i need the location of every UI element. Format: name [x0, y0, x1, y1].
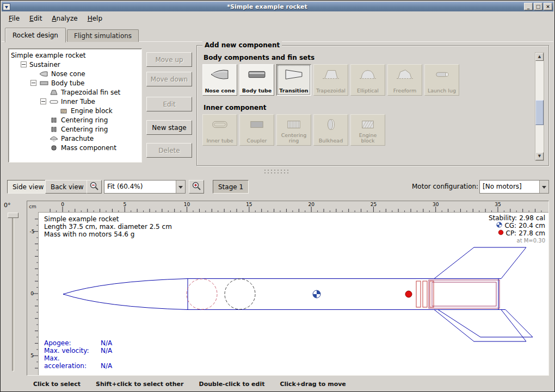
tree-item-body-tube[interactable]: Body tube [9, 78, 141, 88]
elliptical-button[interactable]: Elliptical [350, 64, 385, 96]
nose-cone-button[interactable]: Nose cone [202, 64, 237, 96]
side-view-button[interactable]: Side view [7, 180, 49, 194]
palette-button-label: Launch lug [428, 88, 456, 94]
tree-item-parachute[interactable]: Parachute [9, 134, 141, 143]
tree-item-centering-ring[interactable]: Centering ring [9, 125, 141, 134]
engineblock-icon [59, 108, 71, 114]
back-view-button[interactable]: Back view [45, 180, 89, 194]
ruler-left: -505 [27, 212, 38, 375]
splitter-grip[interactable] [264, 170, 291, 175]
stage-1-toggle[interactable]: Stage 1 [213, 180, 249, 194]
zoom-out-button[interactable] [87, 180, 102, 194]
tree-item-sustainer[interactable]: Sustainer [9, 60, 141, 69]
centering-ring-outline [416, 281, 421, 307]
tree-item-simple-example-rocket[interactable]: Simple example rocket [9, 51, 141, 60]
engine-block-button[interactable]: Engine block [350, 114, 385, 146]
tree-item-inner-tube[interactable]: Inner Tube [9, 97, 141, 106]
flight-stat-label: Apogee: [44, 339, 101, 347]
cg-legend-icon [496, 222, 502, 229]
tree-item-label: Body tube [51, 79, 84, 87]
flight-stat-label: Max. velocity: [44, 347, 101, 354]
tree-item-mass-component[interactable]: Mass component [9, 143, 141, 152]
centering-ring-button[interactable]: Centering ring [276, 114, 311, 146]
menu-file[interactable]: File [4, 13, 24, 24]
tree-item-engine-block[interactable]: Engine block [9, 106, 141, 115]
menu-bar: FileEditAnalyzeHelp [2, 11, 553, 25]
component-palette: Body components and fin setsNose coneBod… [197, 54, 548, 146]
palette-button-label: Engine block [351, 133, 384, 144]
bodytube-icon [246, 67, 268, 82]
freeform-button[interactable]: Freeform [387, 64, 422, 96]
tree-item-trapezoidal-fin-set[interactable]: Trapezoidal fin set [9, 88, 141, 97]
parachute-icon [49, 135, 61, 142]
transition-icon [283, 67, 305, 82]
tree-item-label: Engine block [71, 107, 113, 115]
title-bar[interactable]: *Simple example rocket _ □ × [2, 2, 553, 11]
app-icon[interactable] [3, 3, 10, 10]
chevron-down-icon[interactable] [176, 181, 185, 193]
rotation-slider-handle[interactable] [8, 213, 18, 218]
tree-expander-icon[interactable] [40, 98, 46, 104]
centering-ring-outline [423, 281, 427, 307]
masscomponent-icon [49, 145, 61, 151]
tree-expander-icon[interactable] [21, 61, 27, 67]
cp-value: 27.8 cm [519, 230, 545, 237]
new-stage-button[interactable]: New stage [146, 120, 192, 135]
scroll-down-icon[interactable]: ▼ [535, 152, 544, 160]
tab-rocket-design[interactable]: Rocket design [5, 28, 66, 42]
tree-expander-icon[interactable] [30, 80, 36, 86]
coupler-button[interactable]: Coupler [239, 114, 274, 146]
tab-flight-simulations[interactable]: Flight simulations [67, 29, 139, 42]
component-tree[interactable]: Simple example rocketSustainerNose coneB… [8, 48, 142, 163]
inner-tube-inner-outline [432, 282, 496, 306]
close-icon[interactable]: × [544, 3, 552, 10]
rotation-slider[interactable] [12, 214, 14, 371]
minimize-icon[interactable]: _ [524, 3, 533, 10]
finset-icon [49, 89, 61, 96]
transition-button[interactable]: Transition [276, 64, 311, 96]
body-tube-button[interactable]: Body tube [239, 64, 274, 96]
motor-configuration-select[interactable]: [No motors] [479, 180, 549, 194]
tree-item-label: Centering ring [61, 116, 108, 124]
cp-marker [405, 291, 412, 297]
move-down-button[interactable]: Move down [146, 72, 192, 86]
splitter[interactable] [1, 168, 554, 176]
ruler-top: 05101520253035 [38, 201, 548, 212]
svg-text:0: 0 [61, 202, 64, 207]
inner-tube-button[interactable]: Inner tube [202, 114, 237, 146]
scrollbar-thumb[interactable] [535, 100, 544, 125]
status-bar: Click to selectShift+click to select oth… [2, 378, 553, 389]
bulkhead-button[interactable]: Bulkhead [313, 114, 348, 146]
chevron-down-icon[interactable] [539, 181, 548, 193]
menu-help[interactable]: Help [83, 13, 107, 24]
flight-stats: Apogee:N/AMax. velocity:N/AMax. accelera… [44, 339, 112, 370]
tree-item-centering-ring[interactable]: Centering ring [9, 115, 141, 125]
cg-value: 20.4 cm [519, 222, 545, 229]
magnifier-plus-icon [192, 181, 201, 192]
tree-item-label: Nose cone [51, 70, 85, 78]
menu-edit[interactable]: Edit [25, 13, 46, 24]
edit-button[interactable]: Edit [146, 97, 192, 111]
innertube-icon [49, 98, 61, 105]
rocket-canvas[interactable]: Simple example rocket Length 37.5 cm, ma… [38, 212, 548, 375]
palette-button-label: Elliptical [357, 88, 379, 94]
status-hint: Click+drag to move [280, 381, 346, 388]
move-up-button[interactable]: Move up [146, 52, 192, 67]
trapezoidal-button[interactable]: Trapezoidal [313, 64, 348, 96]
design-canvas: cm 05101520253035 -505 [27, 201, 549, 376]
svg-text:20: 20 [308, 202, 314, 207]
maximize-icon[interactable]: □ [534, 3, 542, 10]
flight-stat-value: N/A [101, 362, 112, 370]
zoom-select[interactable]: Fit (60.4%) [104, 180, 186, 194]
rocket-name: Simple example rocket [44, 215, 172, 223]
launch-lug-button[interactable]: Launch lug [424, 64, 459, 96]
palette-scrollbar[interactable]: ▲ ▼ [535, 52, 544, 161]
tree-item-nose-cone[interactable]: Nose cone [9, 69, 141, 78]
menu-analyze[interactable]: Analyze [47, 13, 82, 24]
zoom-in-button[interactable] [189, 180, 204, 194]
rocket-dimensions: Length 37.5 cm, max. diameter 2.5 cm [44, 223, 172, 231]
delete-button[interactable]: Delete [146, 143, 192, 158]
bulkhead-icon [320, 117, 342, 132]
scroll-up-icon[interactable]: ▲ [535, 53, 544, 61]
tree-item-label: Inner Tube [61, 98, 95, 105]
